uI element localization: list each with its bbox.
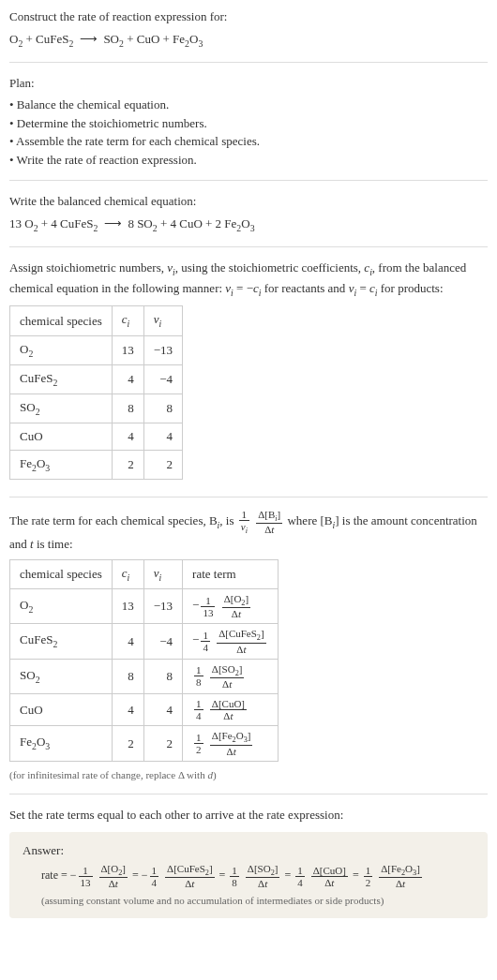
rate-footnote: (for infinitesimal rate of change, repla…	[9, 767, 488, 783]
table-row: CuO 4 4	[10, 423, 183, 451]
balanced-section: Write the balanced chemical equation: 13…	[9, 192, 488, 247]
col-vi: νi	[143, 559, 182, 588]
unbalanced-equation: O2 + CuFeS2 ⟶ SO2 + CuO + Fe2O3	[9, 30, 488, 51]
cell-ci: 8	[112, 394, 143, 423]
cell-ci: 4	[112, 694, 143, 726]
cell-ci: 2	[112, 450, 143, 479]
col-ci: ci	[112, 559, 143, 588]
final-heading: Set the rate terms equal to each other t…	[9, 806, 488, 824]
cell-ci: 13	[112, 335, 143, 364]
balanced-heading: Write the balanced chemical equation:	[9, 192, 488, 211]
cell-vi: 4	[143, 423, 182, 451]
rate-terms-intro: The rate term for each chemical species,…	[9, 509, 488, 554]
cell-ci: 8	[112, 659, 143, 693]
rate-terms-section: The rate term for each chemical species,…	[9, 509, 488, 794]
cell-species: SO2	[10, 659, 113, 693]
rate-expression: rate = −113 Δ[O2]Δt = −14 Δ[CuFeS2]Δt = …	[23, 863, 474, 889]
plan-list: • Balance the chemical equation. • Deter…	[9, 96, 488, 169]
answer-label: Answer:	[23, 841, 474, 860]
cell-vi: 8	[143, 394, 182, 423]
plan-item: • Assemble the rate term for each chemic…	[9, 132, 488, 151]
table-header-row: chemical species ci νi rate term	[10, 559, 279, 588]
cell-species: O2	[10, 589, 113, 624]
plan-item: • Determine the stoichiometric numbers.	[9, 114, 488, 133]
cell-vi: 4	[143, 694, 182, 726]
cell-vi: 2	[143, 450, 182, 479]
table-row: SO2 8 8 18 Δ[SO2]Δt	[10, 659, 279, 693]
plan-section: Plan: • Balance the chemical equation. •…	[9, 74, 488, 182]
cell-rate: 14 Δ[CuO]Δt	[183, 694, 279, 726]
cell-ci: 4	[112, 364, 143, 393]
cell-rate: 18 Δ[SO2]Δt	[183, 659, 279, 693]
cell-rate: −14 Δ[CuFeS2]Δt	[183, 624, 279, 659]
col-species: chemical species	[10, 559, 113, 588]
intro-title: Construct the rate of reaction expressio…	[9, 7, 488, 26]
cell-vi: −13	[143, 335, 182, 364]
col-vi: νi	[143, 306, 182, 335]
plan-heading: Plan:	[9, 74, 488, 93]
cell-ci: 4	[112, 624, 143, 659]
cell-ci: 13	[112, 589, 143, 624]
cell-species: CuO	[10, 694, 113, 726]
table-row: CuO 4 4 14 Δ[CuO]Δt	[10, 694, 279, 726]
balanced-equation: 13 O2 + 4 CuFeS2 ⟶ 8 SO2 + 4 CuO + 2 Fe2…	[9, 215, 488, 235]
cell-species: CuFeS2	[10, 624, 113, 659]
cell-rate: 12 Δ[Fe2O3]Δt	[183, 726, 279, 761]
col-rate: rate term	[183, 559, 279, 588]
cell-vi: 2	[143, 726, 182, 761]
final-section: Set the rate terms equal to each other t…	[9, 806, 488, 918]
table-row: Fe2O3 2 2	[10, 450, 183, 479]
cell-vi: 8	[143, 659, 182, 693]
table-row: Fe2O3 2 2 12 Δ[Fe2O3]Δt	[10, 726, 279, 761]
answer-box: Answer: rate = −113 Δ[O2]Δt = −14 Δ[CuFe…	[9, 832, 488, 918]
cell-rate: −113 Δ[O2]Δt	[183, 589, 279, 624]
cell-species: O2	[10, 335, 113, 364]
table-row: O2 13 −13	[10, 335, 183, 364]
cell-species: Fe2O3	[10, 450, 113, 479]
table-row: CuFeS2 4 −4	[10, 364, 183, 393]
table-row: O2 13 −13 −113 Δ[O2]Δt	[10, 589, 279, 624]
intro-section: Construct the rate of reaction expressio…	[9, 7, 488, 63]
stoich-table: chemical species ci νi O2 13 −13 CuFeS2 …	[9, 305, 183, 480]
stoich-section: Assign stoichiometric numbers, νi, using…	[9, 259, 488, 497]
table-row: CuFeS2 4 −4 −14 Δ[CuFeS2]Δt	[10, 624, 279, 659]
assumption-note: (assuming constant volume and no accumul…	[23, 893, 474, 909]
table-header-row: chemical species ci νi	[10, 306, 183, 335]
table-row: SO2 8 8	[10, 394, 183, 423]
cell-vi: −13	[143, 589, 182, 624]
cell-species: Fe2O3	[10, 726, 113, 761]
plan-item: • Write the rate of reaction expression.	[9, 151, 488, 170]
cell-ci: 4	[112, 423, 143, 451]
cell-vi: −4	[143, 364, 182, 393]
cell-ci: 2	[112, 726, 143, 761]
plan-item: • Balance the chemical equation.	[9, 96, 488, 114]
cell-species: CuO	[10, 423, 113, 451]
stoich-intro: Assign stoichiometric numbers, νi, using…	[9, 259, 488, 300]
col-ci: ci	[112, 306, 143, 335]
cell-species: SO2	[10, 394, 113, 423]
col-species: chemical species	[10, 306, 113, 335]
cell-species: CuFeS2	[10, 364, 113, 393]
rate-terms-table: chemical species ci νi rate term O2 13 −…	[9, 559, 279, 762]
cell-vi: −4	[143, 624, 182, 659]
